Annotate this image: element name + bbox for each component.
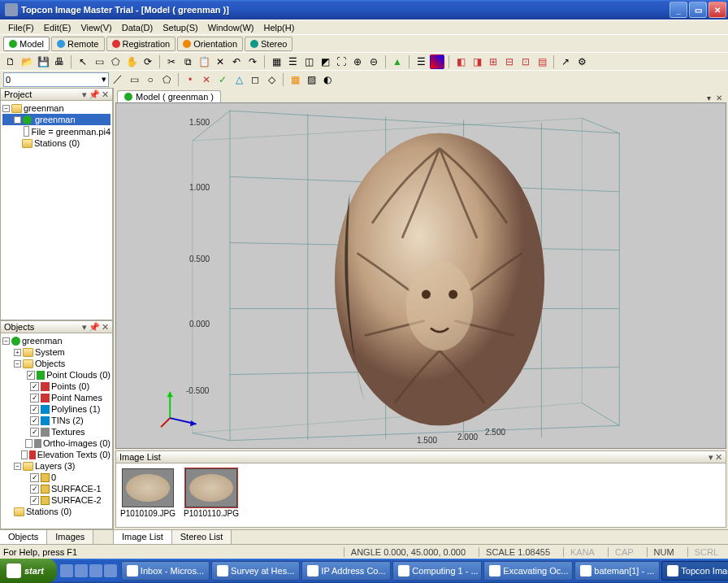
taskbar-item[interactable]: Survey at Hes... bbox=[211, 561, 300, 581]
tb-diam-icon[interactable]: ◇ bbox=[264, 72, 279, 87]
expand-icon[interactable]: + bbox=[14, 349, 21, 356]
tree-layers[interactable]: −Layers (3) bbox=[2, 460, 110, 472]
tb-select-poly-icon[interactable]: ⬠ bbox=[108, 54, 123, 69]
tb-save-icon[interactable]: 💾 bbox=[36, 54, 50, 69]
tb-sq-icon[interactable]: ◻ bbox=[248, 72, 262, 87]
menu-setup[interactable]: Setup(S) bbox=[158, 21, 202, 34]
taskbar-item[interactable]: Inbox - Micros... bbox=[121, 561, 210, 581]
image-thumb[interactable]: P1010109.JPG bbox=[121, 468, 175, 522]
taskbar-item[interactable]: IP Address Co... bbox=[301, 561, 391, 581]
checkbox[interactable] bbox=[25, 439, 32, 448]
menu-edit[interactable]: Edit(E) bbox=[39, 21, 76, 34]
checkbox[interactable]: ✓ bbox=[30, 382, 39, 391]
close-button[interactable]: ✕ bbox=[708, 2, 726, 18]
pin-icon[interactable]: ▾ bbox=[82, 322, 87, 333]
checkbox[interactable]: ✓ bbox=[30, 405, 39, 414]
tb-undo-icon[interactable]: ↶ bbox=[229, 54, 244, 69]
tree-file[interactable]: File = greenman.pi4 bbox=[2, 125, 110, 137]
tb-rect-icon[interactable]: ▭ bbox=[127, 72, 141, 87]
maximize-button[interactable]: ▭ bbox=[689, 2, 707, 18]
checkbox[interactable]: ✓ bbox=[27, 371, 35, 380]
tb-open-icon[interactable]: 📂 bbox=[20, 54, 34, 69]
tb-tri-icon[interactable]: △ bbox=[232, 72, 246, 87]
layer-combo[interactable]: 0▾ bbox=[3, 72, 109, 87]
ql-icon[interactable] bbox=[104, 564, 117, 577]
menu-file[interactable]: File(F) bbox=[3, 21, 39, 34]
collapse-icon[interactable]: − bbox=[2, 105, 10, 112]
checkbox[interactable]: ✓ bbox=[30, 428, 39, 437]
checkbox[interactable]: ✓ bbox=[30, 485, 39, 494]
minimize-button[interactable]: _ bbox=[670, 2, 687, 18]
checkbox[interactable]: ✓ bbox=[30, 496, 39, 505]
tab-image-list[interactable]: Image List bbox=[114, 530, 172, 544]
tb-win4-icon[interactable]: ⊟ bbox=[502, 54, 517, 69]
tree-object-item[interactable]: ✓Point Clouds (0) bbox=[2, 369, 110, 381]
tab-images[interactable]: Images bbox=[47, 530, 93, 544]
tab-stereo[interactable]: Stereo bbox=[245, 37, 292, 51]
tb-redo-icon[interactable]: ↷ bbox=[245, 54, 260, 69]
tb-view1-icon[interactable]: ◫ bbox=[301, 54, 316, 69]
tab-remote[interactable]: Remote bbox=[51, 37, 105, 51]
collapse-icon[interactable]: − bbox=[2, 337, 10, 345]
tree-root[interactable]: −greenman bbox=[2, 335, 110, 346]
taskbar-item[interactable]: Excavating Oc... bbox=[483, 561, 573, 581]
tb-circle-icon[interactable]: ○ bbox=[143, 72, 158, 87]
tab-objects[interactable]: Objects bbox=[0, 530, 47, 544]
tree-layer-item[interactable]: ✓SURFACE-2 bbox=[2, 494, 110, 506]
tree-layer-item[interactable]: ✓SURFACE-1 bbox=[2, 483, 110, 494]
tb-grid-icon[interactable]: ▦ bbox=[269, 54, 284, 69]
tb-win5-icon[interactable]: ⊡ bbox=[518, 54, 533, 69]
tab-registration[interactable]: Registration bbox=[106, 37, 176, 51]
tb-new-icon[interactable]: 🗋 bbox=[3, 54, 18, 69]
image-thumb[interactable]: P1010110.JPG bbox=[184, 468, 238, 522]
ql-icon[interactable] bbox=[75, 564, 88, 577]
menu-help[interactable]: Help(H) bbox=[259, 21, 300, 34]
tb-select-rect-icon[interactable]: ▭ bbox=[92, 54, 106, 69]
menu-view[interactable]: View(V) bbox=[76, 21, 116, 34]
tree-object-item[interactable]: ✓TINs (2) bbox=[2, 415, 110, 426]
tb-export-icon[interactable]: ↗ bbox=[558, 54, 573, 69]
tb-zoom-out-icon[interactable]: ⊖ bbox=[366, 54, 381, 69]
tb-win3-icon[interactable]: ⊞ bbox=[486, 54, 500, 69]
document-tab[interactable]: Model ( greenman ) bbox=[117, 90, 221, 102]
taskbar-item[interactable]: Computing 1 - ... bbox=[392, 561, 482, 581]
menu-window[interactable]: Window(W) bbox=[203, 21, 259, 34]
doc-dropdown-icon[interactable]: ▾ bbox=[704, 94, 713, 102]
tb-win6-icon[interactable]: ▤ bbox=[535, 54, 549, 69]
tb-line-icon[interactable]: ／ bbox=[110, 72, 125, 87]
tree-object-item[interactable]: ✓Polylines (1) bbox=[2, 403, 110, 415]
collapse-icon[interactable]: − bbox=[14, 116, 21, 124]
model-viewport[interactable]: 1.500 1.000 0.500 0.000 -0.500 -1.000 1.… bbox=[115, 102, 726, 449]
doc-close-icon[interactable]: ✕ bbox=[713, 94, 725, 102]
checkbox[interactable]: ✓ bbox=[30, 394, 39, 402]
tree-system[interactable]: +System bbox=[2, 346, 110, 358]
tb-layers-icon[interactable]: ☰ bbox=[285, 54, 300, 69]
collapse-icon[interactable]: − bbox=[14, 463, 21, 470]
image-strip[interactable]: P1010109.JPG P1010110.JPG bbox=[115, 463, 726, 528]
tree-object-item[interactable]: ✓Point Names bbox=[2, 392, 110, 403]
checkbox[interactable]: ✓ bbox=[30, 416, 39, 425]
tree-object-item[interactable]: ✓Points (0) bbox=[2, 381, 110, 392]
pin-icon[interactable]: ▾ bbox=[82, 89, 87, 100]
start-button[interactable]: start bbox=[0, 559, 57, 583]
tb-tex-icon[interactable]: ▨ bbox=[304, 72, 318, 87]
pin-icon[interactable]: ▾ bbox=[708, 452, 713, 463]
tb-win1-icon[interactable]: ◧ bbox=[453, 54, 468, 69]
tb-zoom-fit-icon[interactable]: ⛶ bbox=[334, 54, 349, 69]
tb-paste-icon[interactable]: 📋 bbox=[197, 54, 211, 69]
tree-object-item[interactable]: Ortho-images (0) bbox=[2, 437, 110, 449]
ql-icon[interactable] bbox=[60, 564, 73, 577]
menu-data[interactable]: Data(D) bbox=[117, 21, 158, 34]
panel-close-icon[interactable]: ✕ bbox=[715, 452, 722, 463]
tb-copy-icon[interactable]: ⧉ bbox=[180, 54, 195, 69]
pushpin-icon[interactable]: 📌 bbox=[89, 322, 100, 333]
tb-mesh-icon[interactable]: ▲ bbox=[390, 54, 405, 69]
tb-view2-icon[interactable]: ◩ bbox=[318, 54, 332, 69]
tb-check-icon[interactable]: ✓ bbox=[215, 72, 230, 87]
tb-print-icon[interactable]: 🖶 bbox=[52, 54, 67, 69]
tb-settings-icon[interactable]: ⚙ bbox=[574, 54, 589, 69]
collapse-icon[interactable]: − bbox=[14, 360, 21, 368]
panel-close-icon[interactable]: ✕ bbox=[102, 322, 109, 333]
tb-poly-icon[interactable]: ⬠ bbox=[159, 72, 174, 87]
tab-orientation[interactable]: Orientation bbox=[177, 37, 243, 51]
